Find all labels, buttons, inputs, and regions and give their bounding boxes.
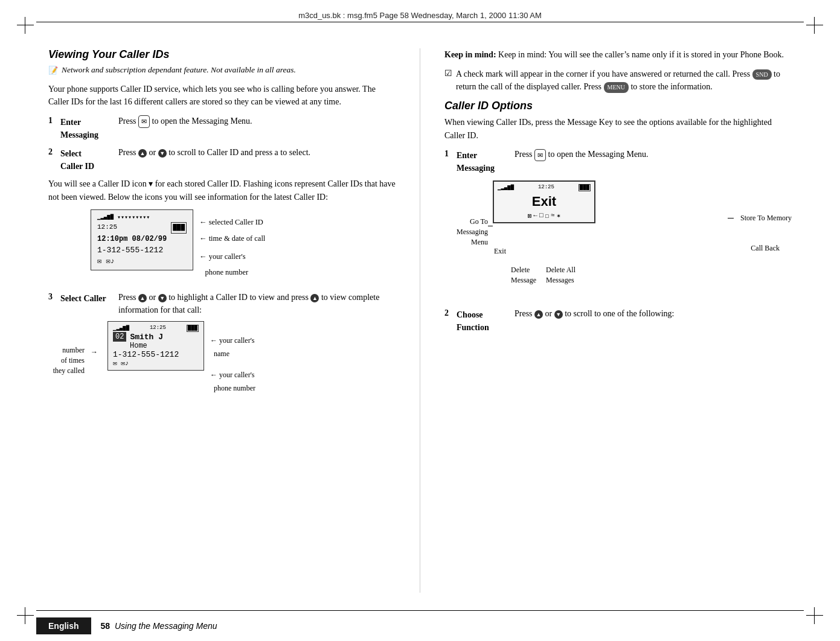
column-divider <box>420 48 420 593</box>
display-number-1: 1-312-555-1212 <box>97 244 187 257</box>
main-content: Viewing Your Caller IDs 📝 Network and su… <box>48 36 792 605</box>
right-column: Keep in mind: Keep in mind: You will see… <box>444 36 792 605</box>
annot-name-r: ← your caller's name <box>210 334 255 360</box>
step-3-num: 3 <box>48 291 57 316</box>
check-icon: ☑ <box>444 68 452 78</box>
annot-phone: ← your caller's phone number <box>199 249 265 281</box>
right-step-1: 1 EnterMessaging Press ✉ to open the Mes… <box>444 148 792 174</box>
right-step-2-label: ChooseFunction <box>457 307 511 334</box>
step-2-label: SelectCaller ID <box>60 146 115 173</box>
display-signal-2: ▁▂▄▆█ 12:25 ███ <box>113 325 199 332</box>
right-section-title: Caller ID Options <box>444 100 792 112</box>
diagram-2-left-label: numberof timesthey called <box>48 321 85 375</box>
menu-icons: ⊠ ← □ ☐ ≈ ✶ <box>498 212 591 220</box>
up-btn-3: ▲ <box>138 294 147 302</box>
left-section-title: Viewing Your Caller IDs <box>48 48 396 61</box>
step-1-label: EnterMessaging <box>60 115 115 141</box>
right-step-2-desc: Press ▲ or ▼ to scroll to one of the fol… <box>515 307 792 334</box>
header-line <box>36 22 804 22</box>
label-store: Store To Memory <box>740 214 792 223</box>
step-2-desc: Press ▲ or ▼ to scroll to Caller ID and … <box>118 146 396 173</box>
annot-selected: ← selected Caller ID <box>199 214 265 230</box>
step-2-num: 2 <box>48 146 57 173</box>
note-block: 📝 Network and subscription dependant fea… <box>48 65 396 77</box>
caller-display-2: ▁▂▄▆█ 12:25 ███ 02 Smith J Home 1-312-55… <box>107 321 204 371</box>
left-column: Viewing Your Caller IDs 📝 Network and su… <box>48 36 396 605</box>
down-btn-2: ▼ <box>158 149 167 158</box>
note-text: Network and subscription dependant featu… <box>62 65 296 76</box>
menu-btn: MENU <box>604 82 629 93</box>
right-step-1-num: 1 <box>444 148 453 174</box>
header-text: m3cd_us.bk : msg.fm5 Page 58 Wednesday, … <box>298 11 542 20</box>
down-btn-r2: ▼ <box>554 310 563 319</box>
menu-diagram: ▁▂▄▆█ 12:25 ███ Exit ⊠ ← □ ☐ ≈ ✶ Go ToMe… <box>444 180 792 301</box>
label-delete: DeleteMessage <box>511 265 536 285</box>
right-step-1-label: EnterMessaging <box>457 148 511 174</box>
select-btn-3: ▲ <box>310 294 319 302</box>
menu-display-box: ▁▂▄▆█ 12:25 ███ Exit ⊠ ← □ ☐ ≈ ✶ <box>493 180 595 223</box>
label-exit: Exit <box>494 247 506 256</box>
line-go-to <box>488 226 493 226</box>
footer: English 58 Using the Messaging Menu <box>0 611 840 641</box>
step-3-desc: Press ▲ or ▼ to highlight a Caller ID to… <box>118 291 396 316</box>
language-tab: English <box>36 617 91 634</box>
header-bar: m3cd_us.bk : msg.fm5 Page 58 Wednesday, … <box>0 11 840 20</box>
call-count: 02 <box>113 332 126 342</box>
footer-page-info: 58 Using the Messaging Menu <box>101 621 217 631</box>
caller-icon-para: You will see a Caller ID icon ▾ for each… <box>48 177 396 203</box>
note-icon: 📝 <box>48 65 58 77</box>
annot-num-r: ← your caller's phone number <box>210 369 255 395</box>
diagram-2-right-labels: ← your caller's name ← your caller's pho… <box>210 321 255 395</box>
display-name-row: 02 Smith J <box>113 332 199 342</box>
label-go-to: Go ToMessagingMenu <box>444 217 488 247</box>
caller-display-1: ▁▂▄▆█ ▾▾▾▾▾▾▾▾▾ 12:25 ███ 12:10pm 08/02/… <box>91 209 193 270</box>
send-btn: SND <box>752 69 772 80</box>
step-3: 3 Select Caller Press ▲ or ▼ to highligh… <box>48 291 396 316</box>
menu-exit-label: Exit <box>498 193 591 211</box>
step-1: 1 EnterMessaging Press ✉ to open the Mes… <box>48 115 396 141</box>
label-call-back: Call Back <box>751 244 780 253</box>
display-icons-1: ✉ ✉♪ <box>97 256 187 267</box>
up-btn-r2: ▲ <box>534 310 543 319</box>
step-1-desc: Press ✉ to open the Messaging Menu. <box>118 115 396 141</box>
step-1-num: 1 <box>48 115 57 141</box>
msg-key-r1: ✉ <box>534 149 546 162</box>
right-step-2-num: 2 <box>444 307 453 334</box>
display-time-date-1: 12:10pm 08/02/99 <box>97 234 187 244</box>
diagram-1-wrap: ▁▂▄▆█ ▾▾▾▾▾▾▾▾▾ 12:25 ███ 12:10pm 08/02/… <box>48 209 396 280</box>
diagram-1-annotations: ← selected Caller ID ← time & date of ca… <box>199 209 265 280</box>
step-3-label: Select Caller <box>60 291 115 316</box>
keep-in-mind: Keep in mind: Keep in mind: You will see… <box>444 48 792 62</box>
display-signal-1: ▁▂▄▆█ ▾▾▾▾▾▾▾▾▾ <box>97 213 187 222</box>
caller-name: Smith J <box>130 333 163 342</box>
options-intro: When viewing Caller IDs, press the Messa… <box>444 116 792 142</box>
annot-time: ← time & date of call <box>199 231 265 246</box>
msg-key-1: ✉ <box>138 115 150 128</box>
right-step-1-desc: Press ✉ to open the Messaging Menu. <box>515 148 792 174</box>
down-btn-3: ▼ <box>158 294 167 302</box>
display-time-battery-1: 12:25 ███ <box>97 222 187 234</box>
diagram-2-wrap: numberof timesthey called → ▁▂▄▆█ 12:25 … <box>48 321 396 395</box>
menu-status-bar: ▁▂▄▆█ 12:25 ███ <box>498 184 591 191</box>
diagram-2-left-arrow: → <box>91 321 98 357</box>
check-note-block: ☑ A check mark will appear in the corner… <box>444 68 792 94</box>
check-note-text: A check mark will appear in the corner i… <box>456 68 792 94</box>
display-type: Home <box>130 342 199 350</box>
line-store <box>728 218 734 218</box>
right-step-2: 2 ChooseFunction Press ▲ or ▼ to scroll … <box>444 307 792 334</box>
label-delete-all: Delete AllMessages <box>546 265 575 285</box>
step-2: 2 SelectCaller ID Press ▲ or ▼ to scroll… <box>48 146 396 173</box>
up-btn-2: ▲ <box>138 149 147 158</box>
intro-paragraph: Your phone supports Caller ID service, w… <box>48 83 396 109</box>
display-number-2: 1-312-555-1212 <box>113 350 199 359</box>
display-icons-2: ✉ ✉♪ <box>113 359 199 367</box>
